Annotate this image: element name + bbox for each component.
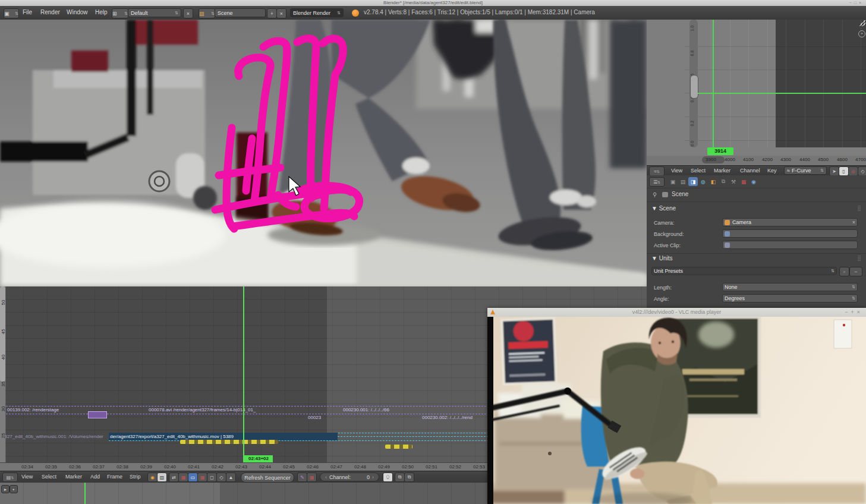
active-clip-field[interactable] — [722, 241, 858, 249]
snap-icon[interactable]: ◇ — [216, 472, 226, 482]
minimize-icon[interactable]: − — [849, 1, 854, 5]
sequencer-editor-type-selector[interactable]: ▤⇅ — [2, 472, 18, 482]
tab-render[interactable]: ▣ — [668, 177, 678, 186]
scene-close-button[interactable]: × — [276, 8, 286, 18]
vlc-window[interactable]: v4l2:///dev/video0 - VLC media player −+… — [487, 308, 866, 504]
graph-menu-channel[interactable]: Channel — [740, 168, 760, 174]
normalize-target-icon[interactable]: ◎ — [848, 166, 858, 176]
vlc-titlebar[interactable]: v4l2:///dev/video0 - VLC media player −+… — [487, 308, 866, 317]
strip-label[interactable]: 000230.002: /../../../rend — [422, 415, 473, 420]
camera-field[interactable]: Camera × — [722, 218, 858, 226]
properties-editor-type-selector[interactable]: ☰⇅ — [649, 177, 665, 187]
seq-menu-strip[interactable]: Strip — [130, 474, 141, 480]
unlink-icon[interactable]: × — [852, 219, 855, 225]
graph-frame-axis[interactable]: 3900 4000 4100 4200 4300 4400 4500 4600 … — [647, 156, 866, 165]
render-view-icon[interactable]: ◉ — [147, 472, 158, 482]
seq-menu-view[interactable]: View — [21, 474, 33, 480]
panel-drag-dots[interactable]: ⣿ — [857, 255, 861, 261]
cursor-tool-icon[interactable]: ➤ — [829, 166, 839, 176]
mute-checker-icon[interactable]: ▦ — [178, 472, 188, 482]
brush-icon[interactable]: ✎ — [297, 472, 307, 482]
menu-help[interactable]: Help — [95, 9, 108, 15]
menu-render[interactable]: Render — [40, 9, 60, 15]
fcurve-mode-selector[interactable]: ≈F-Curve⇅ — [784, 166, 827, 175]
channel-number-field[interactable]: ‹ Channel: 0 › — [320, 472, 379, 481]
render-engine-selector[interactable]: Blender Render⇅ — [290, 8, 344, 17]
timeline-marker[interactable] — [180, 440, 278, 444]
preset-minus-icon[interactable]: − — [849, 267, 862, 276]
panel-drag-dots[interactable]: ⣿ — [857, 205, 861, 211]
graph-scrollbar-handle[interactable] — [690, 75, 698, 99]
scene-icon-chip[interactable]: ▨⇅ — [199, 8, 215, 18]
minimize-icon[interactable]: − — [845, 309, 851, 315]
window-controls[interactable]: −□× — [849, 0, 864, 6]
strip-label[interactable]: 00023 — [308, 415, 321, 420]
scene-panel-header[interactable]: ▼ Scene — [651, 205, 676, 212]
graph-menu-key[interactable]: Key — [767, 168, 777, 174]
units-panel-header[interactable]: ▼ Units — [651, 255, 672, 262]
preset-add-icon[interactable]: ▫ — [839, 267, 849, 276]
timeline-icon-a[interactable]: ▸ — [1, 485, 10, 493]
vlc-window-controls[interactable]: −+× — [845, 308, 863, 317]
tab-constraints[interactable]: ⧉ — [719, 177, 728, 186]
copy-icon[interactable]: ⧉ — [395, 472, 405, 482]
pin-icon[interactable]: ⚲ — [653, 191, 657, 198]
tab-modifiers[interactable]: ⚒ — [729, 177, 738, 186]
selected-strip[interactable] — [88, 411, 107, 418]
timeline-marker[interactable] — [385, 445, 412, 449]
menu-window[interactable]: Window — [67, 9, 88, 15]
tab-physics[interactable]: ◉ — [749, 177, 758, 186]
timeline-playhead[interactable] — [84, 483, 86, 504]
graph-playhead[interactable] — [713, 20, 714, 147]
menu-file[interactable]: File — [23, 9, 32, 15]
lock-icon[interactable]: ◻ — [207, 472, 217, 482]
refresh-sequencer-button[interactable]: Refresh Sequencer — [241, 472, 294, 483]
tab-scene[interactable]: ◨ — [688, 177, 698, 186]
stepper-left[interactable]: ‹ — [325, 474, 327, 480]
tab-particles[interactable]: ▦ — [739, 177, 748, 186]
seq-menu-frame[interactable]: Frame — [107, 474, 122, 480]
graph-editor-type-selector[interactable]: ≈⇅ — [649, 166, 665, 176]
snap-icon[interactable]: ◇ — [858, 166, 866, 176]
graph-menu-marker[interactable]: Marker — [714, 168, 730, 174]
unit-presets-dropdown[interactable]: Unit Presets ⇅ — [651, 267, 837, 275]
scene-selector[interactable]: Scene — [215, 8, 266, 17]
angle-dropdown[interactable]: Degrees⇅ — [722, 294, 858, 303]
stepper-right[interactable]: › — [372, 474, 374, 480]
maximize-icon[interactable]: □ — [854, 1, 859, 5]
clip-view-icon[interactable]: ▭ — [188, 472, 198, 482]
graph-menu-select[interactable]: Select — [691, 168, 706, 174]
tab-world[interactable]: ◍ — [698, 177, 708, 186]
ghost-icon[interactable]: ⬯ — [383, 472, 393, 482]
ghost-frames-icon[interactable]: ▯ — [839, 166, 849, 176]
tab-object[interactable]: ◧ — [708, 177, 718, 186]
screen-layout-icon-chip[interactable]: ⊞⇅ — [112, 8, 128, 18]
checker-small-icon[interactable]: ▦ — [307, 472, 317, 482]
preview-viewport[interactable] — [0, 20, 647, 286]
arrow-up-icon[interactable]: ▲ — [226, 472, 236, 482]
sequence-mode-icon[interactable]: ⇄ — [169, 472, 179, 482]
strip-label-dim[interactable]: a327_edit_40b_withmusic.001: /Volumes/re… — [2, 434, 103, 439]
tab-render-layers[interactable]: ▤ — [678, 177, 688, 186]
seq-menu-marker[interactable]: Marker — [65, 474, 82, 480]
graph-menu-view[interactable]: View — [671, 168, 682, 174]
panel-plus-icon[interactable]: + — [858, 30, 865, 37]
image-view-icon[interactable]: ▨ — [157, 472, 167, 482]
length-dropdown[interactable]: None⇅ — [722, 283, 858, 291]
close-icon[interactable]: × — [859, 1, 864, 5]
strip-label[interactable]: 00139.002: /renderstage — [7, 407, 59, 412]
seq-menu-add[interactable]: Add — [90, 474, 100, 480]
close-icon[interactable]: × — [857, 309, 863, 315]
os-titlebar[interactable]: Blender* [/media/data/agent327/edit/edit… — [0, 0, 866, 6]
scene-add-button[interactable]: + — [267, 8, 277, 18]
editor-type-selector[interactable]: ▣⇅ — [4, 8, 19, 18]
layout-close-button[interactable]: × — [183, 8, 193, 18]
strip-label[interactable]: 000078.avi /render/agent327/frames/14-b|… — [149, 407, 256, 412]
layout-selector[interactable]: Default⇅ — [128, 8, 181, 17]
vlc-video-area[interactable] — [487, 317, 866, 504]
background-field[interactable] — [722, 229, 858, 238]
paste-icon[interactable]: ⧉ — [404, 472, 414, 482]
sequencer-playhead[interactable] — [243, 286, 244, 462]
timeline-icon-b[interactable]: ▪ — [10, 485, 18, 493]
maximize-icon[interactable]: + — [851, 309, 856, 315]
